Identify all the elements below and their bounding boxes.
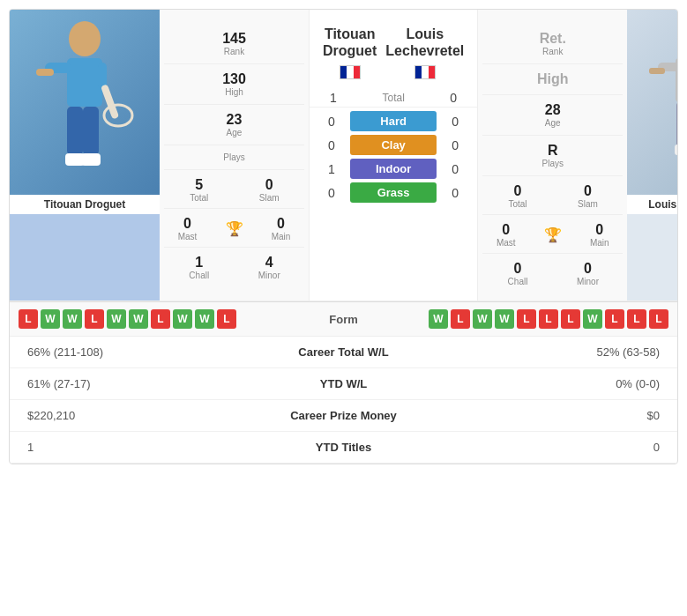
- right-high-value: High: [482, 71, 623, 87]
- total-left: 1: [320, 91, 347, 105]
- stat-center-0: Career Total W/L: [256, 345, 432, 359]
- left-center-name-line1: Titouan: [323, 26, 377, 42]
- right-trophy-icon: 🏆: [544, 226, 562, 243]
- indoor-row: 1 Indoor 0: [318, 159, 468, 179]
- svg-rect-1: [67, 58, 102, 107]
- form-badge-right: L: [517, 309, 536, 329]
- form-badge-left: W: [107, 309, 126, 329]
- left-main-value: 0: [259, 216, 302, 232]
- form-badge-right: L: [605, 309, 624, 329]
- clay-row: 0 Clay 0: [318, 135, 468, 155]
- surface-rows: 0 Hard 0 0 Clay 0 1 Indoor 0 0 Grass: [310, 108, 477, 210]
- form-badge-left: L: [85, 309, 104, 329]
- right-player-stats: Ret. Rank High 28 Age R Plays: [477, 10, 627, 301]
- stat-left-1: 61% (27-17): [27, 377, 256, 390]
- right-form-badges: WLWWLLLWLLL: [397, 309, 669, 329]
- svg-rect-20: [675, 145, 678, 155]
- indoor-left: 1: [318, 162, 345, 176]
- left-total-value: 5: [166, 177, 233, 193]
- left-main-label: Main: [259, 232, 302, 241]
- clay-btn[interactable]: Clay: [350, 135, 437, 155]
- svg-rect-7: [67, 107, 83, 155]
- right-player-photo: Louis Lechevretel: [627, 10, 678, 301]
- stat-right-1: 0% (0-0): [432, 377, 661, 390]
- indoor-btn[interactable]: Indoor: [350, 159, 437, 179]
- left-high-value: 130: [164, 71, 304, 87]
- right-total-value: 0: [484, 183, 551, 199]
- grass-right: 0: [442, 186, 468, 200]
- right-slam-label: Slam: [555, 199, 622, 209]
- form-badge-right: W: [495, 309, 514, 329]
- stats-row-0: 66% (211-108)Career Total W/L52% (63-58): [10, 337, 677, 368]
- stat-center-2: Career Prize Money: [256, 409, 432, 422]
- svg-rect-3: [36, 69, 54, 76]
- left-form-badges: LWWLWWLWWL: [19, 309, 291, 329]
- form-badge-left: L: [19, 309, 38, 329]
- left-mast-label: Mast: [166, 232, 209, 241]
- left-chall-value: 1: [166, 255, 233, 271]
- form-label: Form: [291, 313, 397, 326]
- stat-right-2: $0: [432, 409, 661, 422]
- right-mast-value: 0: [484, 222, 527, 238]
- form-badge-left: W: [63, 309, 82, 329]
- clay-right: 0: [442, 138, 468, 152]
- right-center-name-line1: Louis: [385, 26, 464, 42]
- right-chall-value: 0: [484, 261, 551, 277]
- total-row: 1 Total 0: [310, 89, 477, 108]
- right-center-name-line2: Lechevretel: [385, 42, 464, 59]
- form-badge-right: W: [429, 309, 448, 329]
- clay-left: 0: [318, 138, 345, 152]
- hard-btn[interactable]: Hard: [350, 111, 437, 131]
- right-plays-label: Plays: [482, 159, 623, 168]
- left-mast-value: 0: [166, 216, 209, 232]
- form-badge-left: W: [195, 309, 214, 329]
- svg-rect-8: [83, 107, 99, 155]
- right-age-label: Age: [482, 118, 623, 128]
- left-trophy-icon: 🏆: [226, 220, 243, 237]
- total-right: 0: [440, 91, 467, 105]
- left-high-label: High: [164, 87, 304, 97]
- svg-rect-14: [649, 68, 665, 74]
- right-slam-value: 0: [555, 183, 622, 199]
- stats-compare-section: 66% (211-108)Career Total W/L52% (63-58)…: [10, 336, 677, 464]
- form-badge-left: L: [217, 309, 236, 329]
- left-flag: [340, 65, 361, 79]
- form-badge-right: L: [649, 309, 668, 329]
- grass-row: 0 Grass 0: [318, 182, 468, 203]
- form-badge-left: L: [151, 309, 170, 329]
- top-section: Titouan Droguet 145 Rank 130 High 23 Age: [10, 10, 677, 301]
- form-badge-right: L: [539, 309, 558, 329]
- right-total-label: Total: [484, 199, 551, 209]
- hard-row: 0 Hard 0: [318, 111, 468, 131]
- stat-center-1: YTD W/L: [256, 377, 432, 390]
- left-player-photo: Titouan Droguet: [10, 10, 160, 301]
- left-chall-label: Chall: [166, 271, 233, 280]
- right-minor-label: Minor: [555, 277, 622, 286]
- grass-btn[interactable]: Grass: [350, 182, 437, 203]
- right-minor-value: 0: [555, 261, 622, 277]
- left-slam-label: Slam: [236, 193, 303, 203]
- stat-left-3: 1: [27, 441, 256, 454]
- left-total-label: Total: [166, 193, 233, 203]
- left-plays-label: Plays: [164, 152, 304, 162]
- right-player-header: Louis Lechevretel: [381, 17, 468, 85]
- form-badge-right: L: [561, 309, 580, 329]
- stat-right-3: 0: [432, 441, 661, 454]
- left-player-stats: 145 Rank 130 High 23 Age Plays: [160, 10, 310, 301]
- form-badge-left: W: [129, 309, 148, 329]
- svg-rect-10: [81, 153, 101, 166]
- left-minor-value: 4: [236, 255, 303, 271]
- form-badge-right: L: [627, 309, 646, 329]
- right-flag: [414, 65, 436, 79]
- hard-left: 0: [318, 115, 345, 129]
- stat-left-0: 66% (211-108): [27, 345, 256, 359]
- svg-point-0: [69, 21, 101, 56]
- svg-rect-18: [676, 102, 678, 146]
- right-main-label: Main: [578, 238, 621, 248]
- left-photo-placeholder: [10, 10, 160, 195]
- stat-left-2: $220,210: [27, 409, 256, 422]
- form-badge-right: L: [451, 309, 470, 329]
- right-player-name-photo: Louis Lechevretel: [627, 195, 678, 214]
- stats-row-3: 1YTD Titles0: [10, 432, 677, 464]
- left-center-name-line2: Droguet: [323, 42, 377, 59]
